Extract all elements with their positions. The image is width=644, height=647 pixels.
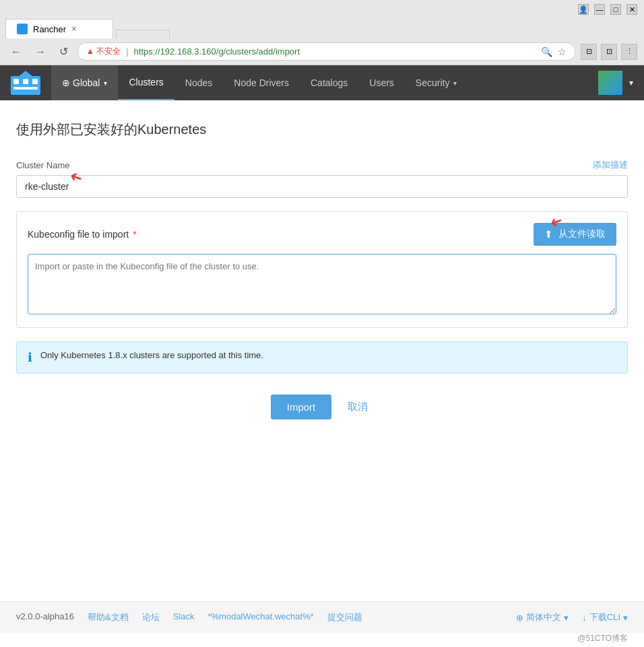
inactive-tab[interactable] [116, 30, 170, 38]
titlebar: 👤 — □ ✕ [0, 0, 644, 19]
svg-marker-5 [18, 71, 34, 77]
navbar: ⊕ Global ▾ Clusters Nodes Node Drivers C… [0, 65, 644, 100]
required-indicator: * [133, 229, 136, 240]
add-description-link[interactable]: 添加描述 [593, 159, 628, 171]
nav-item-security[interactable]: Security ▾ [405, 65, 468, 100]
toolbar-icons: ⊡ ⊡ ⋮ [581, 44, 637, 60]
nav-items: ⊕ Global ▾ Clusters Nodes Node Drivers C… [51, 65, 468, 100]
lang-label: 简体中文 [526, 611, 561, 623]
close-btn[interactable]: ✕ [626, 4, 637, 15]
global-label: Global [73, 77, 100, 88]
security-chevron-icon: ▾ [453, 79, 457, 87]
nav-item-clusters-label: Clusters [129, 77, 163, 88]
maximize-btn[interactable]: □ [610, 4, 621, 15]
slack-link[interactable]: Slack [173, 611, 195, 623]
info-box: ℹ Only Kubernetes 1.8.x clusters are sup… [16, 341, 628, 374]
version-label: v2.0.0-alpha16 [16, 611, 74, 623]
nav-item-users-label: Users [369, 77, 394, 88]
insecure-badge: ▲ 不安全 [86, 46, 121, 57]
nav-item-catalogs[interactable]: Catalogs [300, 65, 358, 100]
url-separator: | [126, 46, 128, 57]
kubeconfig-header: Kubeconfig file to import * ➜ ⬆ 从文件读取 [28, 223, 616, 246]
forward-button[interactable]: → [31, 44, 50, 59]
globe-icon: ⊕ [62, 77, 70, 88]
wechat-link[interactable]: *%modalWechat.wechat%* [207, 611, 313, 623]
footer-left: v2.0.0-alpha16 帮助&文档 论坛 Slack *%modalWec… [16, 611, 362, 623]
nav-right: ▾ [598, 71, 644, 95]
cluster-name-section: Cluster Name 添加描述 ➜ [16, 159, 628, 198]
import-btn-wrapper: ➜ ⬆ 从文件读取 [534, 223, 616, 246]
nav-item-node-drivers[interactable]: Node Drivers [223, 65, 300, 100]
kubeconfig-label-text: Kubeconfig file to import [28, 229, 129, 240]
lang-chevron-icon: ▾ [564, 613, 569, 623]
nav-item-security-label: Security [416, 77, 450, 88]
download-chevron-icon: ▾ [623, 613, 628, 623]
rancher-logo-icon [11, 71, 40, 95]
back-button[interactable]: ← [7, 44, 26, 59]
svg-rect-3 [32, 79, 38, 84]
kubeconfig-label: Kubeconfig file to import * [28, 229, 137, 240]
cancel-button[interactable]: 取消 [342, 394, 373, 420]
page-title: 使用外部已安装好的Kubernetes [16, 121, 628, 139]
action-buttons: Import 取消 [16, 394, 628, 420]
cluster-name-input[interactable] [16, 175, 628, 198]
cluster-name-input-wrapper: ➜ [16, 175, 628, 198]
import-file-label: 从文件读取 [558, 228, 606, 240]
kubeconfig-section: Kubeconfig file to import * ➜ ⬆ 从文件读取 [16, 211, 628, 328]
user-icon[interactable]: 👤 [578, 4, 589, 15]
upload-icon: ⬆ [544, 228, 553, 240]
footer-right: ⊕ 简体中文 ▾ ↓ 下载CLI ▾ [516, 611, 628, 623]
chevron-down-icon: ▾ [104, 79, 107, 87]
tab-title: Rancher [33, 24, 66, 34]
avatar-chevron-icon[interactable]: ▾ [629, 78, 633, 88]
footer: v2.0.0-alpha16 帮助&文档 论坛 Slack *%modalWec… [0, 601, 644, 633]
extensions-icon[interactable]: ⊡ [581, 44, 597, 60]
tab-favicon [17, 24, 28, 34]
watermark: @51CTO博客 [0, 633, 644, 647]
language-selector[interactable]: ⊕ 简体中文 ▾ [516, 611, 569, 623]
import-file-button[interactable]: ⬆ 从文件读取 [534, 223, 616, 246]
cluster-name-label: Cluster Name [16, 160, 69, 170]
url-bar[interactable]: ▲ 不安全 | https://192.168.3.160/g/clusters… [77, 42, 575, 61]
nav-item-clusters[interactable]: Clusters [118, 65, 174, 100]
address-bar: ← → ↺ ▲ 不安全 | https://192.168.3.160/g/cl… [0, 38, 644, 65]
globe-icon-footer: ⊕ [516, 613, 523, 623]
nav-item-catalogs-label: Catalogs [311, 77, 348, 88]
settings-icon[interactable]: ⊡ [601, 44, 617, 60]
bookmark-icon[interactable]: ☆ [558, 46, 567, 57]
minimize-btn[interactable]: — [594, 4, 605, 15]
nav-item-nodes[interactable]: Nodes [174, 65, 223, 100]
cluster-name-label-row: Cluster Name 添加描述 [16, 159, 628, 171]
refresh-button[interactable]: ↺ [55, 44, 72, 59]
info-icon: ℹ [28, 350, 32, 365]
svg-rect-2 [23, 79, 28, 84]
avatar[interactable] [598, 71, 622, 95]
info-message: Only Kubernetes 1.8.x clusters are suppo… [40, 350, 263, 360]
download-cli[interactable]: ↓ 下载CLI ▾ [582, 611, 628, 623]
download-icon: ↓ [582, 613, 587, 623]
forum-link[interactable]: 论坛 [142, 611, 160, 623]
svg-rect-1 [13, 79, 19, 84]
kubeconfig-textarea[interactable] [28, 254, 616, 314]
nav-item-users[interactable]: Users [358, 65, 405, 100]
address-url: https://192.168.3.160/g/clusters/add/imp… [134, 46, 300, 57]
nav-item-nodes-label: Nodes [185, 77, 212, 88]
nav-item-global[interactable]: ⊕ Global ▾ [51, 65, 118, 100]
import-button[interactable]: Import [271, 395, 332, 419]
menu-icon[interactable]: ⋮ [621, 44, 637, 60]
search-icon[interactable]: 🔍 [541, 46, 552, 57]
nav-item-node-drivers-label: Node Drivers [234, 77, 289, 88]
logo-area [0, 71, 51, 95]
close-tab-icon[interactable]: × [71, 24, 76, 34]
help-link[interactable]: 帮助&文档 [88, 611, 129, 623]
download-label: 下载CLI [589, 611, 620, 623]
svg-rect-4 [13, 87, 38, 90]
tab-bar: Rancher × [0, 19, 644, 38]
issue-link[interactable]: 提交问题 [327, 611, 362, 623]
main-content: 使用外部已安装好的Kubernetes Cluster Name 添加描述 ➜ … [0, 100, 644, 601]
active-tab[interactable]: Rancher × [5, 19, 113, 38]
insecure-label: ▲ 不安全 [86, 46, 121, 57]
